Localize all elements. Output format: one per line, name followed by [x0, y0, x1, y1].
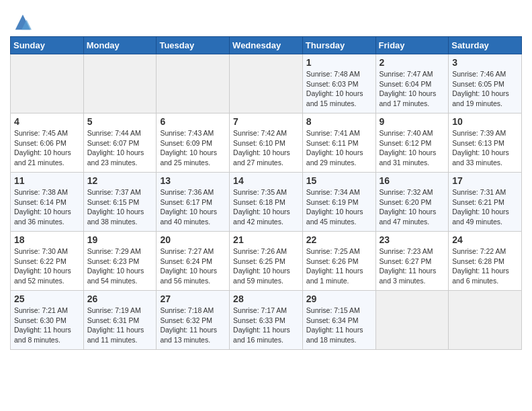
day-info: Sunrise: 7:36 AM Sunset: 6:17 PM Dayligh…: [160, 187, 226, 227]
day-info: Sunrise: 7:39 AM Sunset: 6:13 PM Dayligh…: [452, 128, 518, 168]
day-info: Sunrise: 7:26 AM Sunset: 6:25 PM Dayligh…: [233, 246, 299, 286]
logo-icon: [13, 12, 32, 31]
day-number: 28: [233, 293, 299, 304]
calendar-cell: 13Sunrise: 7:36 AM Sunset: 6:17 PM Dayli…: [157, 173, 230, 232]
day-number: 4: [14, 116, 80, 127]
day-info: Sunrise: 7:19 AM Sunset: 6:31 PM Dayligh…: [87, 306, 153, 345]
calendar-week-row: 11Sunrise: 7:38 AM Sunset: 6:14 PM Dayli…: [11, 173, 522, 232]
day-info: Sunrise: 7:37 AM Sunset: 6:15 PM Dayligh…: [87, 187, 153, 227]
calendar-cell: 12Sunrise: 7:37 AM Sunset: 6:15 PM Dayli…: [83, 173, 157, 232]
weekday-header-tuesday: Tuesday: [157, 37, 230, 54]
day-number: 23: [380, 234, 445, 245]
calendar-cell: 20Sunrise: 7:27 AM Sunset: 6:24 PM Dayli…: [157, 232, 230, 291]
day-info: Sunrise: 7:41 AM Sunset: 6:11 PM Dayligh…: [306, 128, 372, 168]
weekday-header-row: SundayMondayTuesdayWednesdayThursdayFrid…: [11, 37, 522, 54]
day-info: Sunrise: 7:23 AM Sunset: 6:27 PM Dayligh…: [380, 246, 445, 286]
calendar-cell: 7Sunrise: 7:42 AM Sunset: 6:10 PM Daylig…: [230, 113, 303, 173]
day-number: 24: [452, 234, 518, 245]
calendar-cell: 9Sunrise: 7:40 AM Sunset: 6:12 PM Daylig…: [375, 113, 449, 173]
day-info: Sunrise: 7:48 AM Sunset: 6:03 PM Dayligh…: [306, 69, 372, 109]
day-info: Sunrise: 7:27 AM Sunset: 6:24 PM Dayligh…: [160, 246, 226, 286]
calendar-cell: 15Sunrise: 7:34 AM Sunset: 6:19 PM Dayli…: [302, 173, 375, 232]
calendar-table: SundayMondayTuesdayWednesdayThursdayFrid…: [10, 36, 522, 350]
day-info: Sunrise: 7:40 AM Sunset: 6:12 PM Dayligh…: [380, 128, 445, 168]
day-info: Sunrise: 7:43 AM Sunset: 6:09 PM Dayligh…: [160, 128, 226, 168]
day-number: 5: [87, 116, 153, 127]
day-number: 17: [452, 175, 518, 186]
day-info: Sunrise: 7:15 AM Sunset: 6:34 PM Dayligh…: [306, 306, 372, 345]
calendar-cell: 25Sunrise: 7:21 AM Sunset: 6:30 PM Dayli…: [11, 291, 84, 350]
day-info: Sunrise: 7:31 AM Sunset: 6:21 PM Dayligh…: [452, 187, 518, 227]
calendar-cell: [375, 291, 449, 350]
day-number: 2: [380, 57, 445, 68]
calendar-cell: 26Sunrise: 7:19 AM Sunset: 6:31 PM Dayli…: [83, 291, 157, 350]
logo: [10, 12, 32, 31]
weekday-header-monday: Monday: [83, 37, 157, 54]
day-info: Sunrise: 7:38 AM Sunset: 6:14 PM Dayligh…: [14, 187, 80, 227]
day-number: 6: [160, 116, 226, 127]
calendar-cell: 11Sunrise: 7:38 AM Sunset: 6:14 PM Dayli…: [11, 173, 84, 232]
day-number: 9: [380, 116, 445, 127]
day-number: 22: [306, 234, 372, 245]
day-number: 15: [306, 175, 372, 186]
weekday-header-saturday: Saturday: [449, 37, 522, 54]
day-number: 20: [160, 234, 226, 245]
day-info: Sunrise: 7:35 AM Sunset: 6:18 PM Dayligh…: [233, 187, 299, 227]
calendar-cell: 6Sunrise: 7:43 AM Sunset: 6:09 PM Daylig…: [157, 113, 230, 173]
calendar-cell: 24Sunrise: 7:22 AM Sunset: 6:28 PM Dayli…: [449, 232, 522, 291]
calendar-cell: 27Sunrise: 7:18 AM Sunset: 6:32 PM Dayli…: [157, 291, 230, 350]
calendar-cell: 21Sunrise: 7:26 AM Sunset: 6:25 PM Dayli…: [230, 232, 303, 291]
calendar-cell: 5Sunrise: 7:44 AM Sunset: 6:07 PM Daylig…: [83, 113, 157, 173]
day-info: Sunrise: 7:34 AM Sunset: 6:19 PM Dayligh…: [306, 187, 372, 227]
calendar-cell: [449, 291, 522, 350]
day-info: Sunrise: 7:30 AM Sunset: 6:22 PM Dayligh…: [14, 246, 80, 286]
calendar-cell: 14Sunrise: 7:35 AM Sunset: 6:18 PM Dayli…: [230, 173, 303, 232]
calendar-cell: 16Sunrise: 7:32 AM Sunset: 6:20 PM Dayli…: [375, 173, 449, 232]
calendar-cell: 3Sunrise: 7:46 AM Sunset: 6:05 PM Daylig…: [449, 54, 522, 113]
calendar-cell: [11, 54, 84, 113]
day-number: 18: [14, 234, 80, 245]
day-info: Sunrise: 7:46 AM Sunset: 6:05 PM Dayligh…: [452, 69, 518, 109]
calendar-cell: 2Sunrise: 7:47 AM Sunset: 6:04 PM Daylig…: [375, 54, 449, 113]
calendar-week-row: 1Sunrise: 7:48 AM Sunset: 6:03 PM Daylig…: [11, 54, 522, 113]
calendar-cell: 28Sunrise: 7:17 AM Sunset: 6:33 PM Dayli…: [230, 291, 303, 350]
day-info: Sunrise: 7:18 AM Sunset: 6:32 PM Dayligh…: [160, 306, 226, 345]
day-number: 3: [452, 57, 518, 68]
calendar-cell: 1Sunrise: 7:48 AM Sunset: 6:03 PM Daylig…: [302, 54, 375, 113]
day-info: Sunrise: 7:29 AM Sunset: 6:23 PM Dayligh…: [87, 246, 153, 286]
calendar-cell: 10Sunrise: 7:39 AM Sunset: 6:13 PM Dayli…: [449, 113, 522, 173]
day-info: Sunrise: 7:22 AM Sunset: 6:28 PM Dayligh…: [452, 246, 518, 286]
calendar-cell: [157, 54, 230, 113]
calendar-cell: 17Sunrise: 7:31 AM Sunset: 6:21 PM Dayli…: [449, 173, 522, 232]
day-number: 8: [306, 116, 372, 127]
calendar-week-row: 4Sunrise: 7:45 AM Sunset: 6:06 PM Daylig…: [11, 113, 522, 173]
day-number: 11: [14, 175, 80, 186]
header: [10, 7, 522, 31]
day-number: 14: [233, 175, 299, 186]
day-info: Sunrise: 7:21 AM Sunset: 6:30 PM Dayligh…: [14, 306, 80, 345]
calendar-cell: [83, 54, 157, 113]
calendar-cell: 23Sunrise: 7:23 AM Sunset: 6:27 PM Dayli…: [375, 232, 449, 291]
day-info: Sunrise: 7:42 AM Sunset: 6:10 PM Dayligh…: [233, 128, 299, 168]
day-info: Sunrise: 7:47 AM Sunset: 6:04 PM Dayligh…: [380, 69, 445, 109]
calendar-cell: 4Sunrise: 7:45 AM Sunset: 6:06 PM Daylig…: [11, 113, 84, 173]
day-number: 27: [160, 293, 226, 304]
day-number: 26: [87, 293, 153, 304]
calendar-cell: [230, 54, 303, 113]
day-info: Sunrise: 7:32 AM Sunset: 6:20 PM Dayligh…: [380, 187, 445, 227]
weekday-header-wednesday: Wednesday: [230, 37, 303, 54]
weekday-header-friday: Friday: [375, 37, 449, 54]
day-number: 13: [160, 175, 226, 186]
day-info: Sunrise: 7:45 AM Sunset: 6:06 PM Dayligh…: [14, 128, 80, 168]
day-number: 29: [306, 293, 372, 304]
weekday-header-thursday: Thursday: [302, 37, 375, 54]
calendar-cell: 8Sunrise: 7:41 AM Sunset: 6:11 PM Daylig…: [302, 113, 375, 173]
day-number: 21: [233, 234, 299, 245]
day-number: 16: [380, 175, 445, 186]
day-number: 7: [233, 116, 299, 127]
calendar-week-row: 25Sunrise: 7:21 AM Sunset: 6:30 PM Dayli…: [11, 291, 522, 350]
day-info: Sunrise: 7:25 AM Sunset: 6:26 PM Dayligh…: [306, 246, 372, 286]
day-number: 19: [87, 234, 153, 245]
calendar-cell: 18Sunrise: 7:30 AM Sunset: 6:22 PM Dayli…: [11, 232, 84, 291]
day-number: 12: [87, 175, 153, 186]
